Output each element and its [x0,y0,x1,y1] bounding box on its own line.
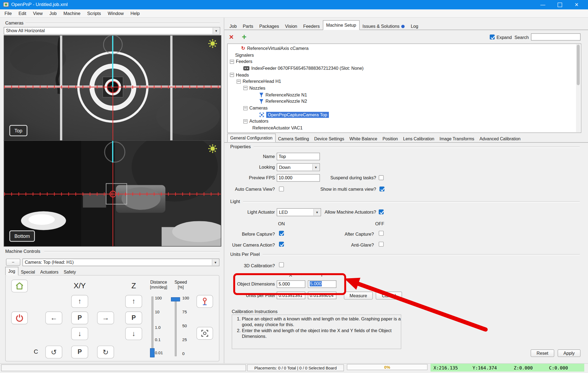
camera-view-top[interactable]: Top [4,35,221,141]
menu-edit[interactable]: Edit [16,10,29,17]
tree-item[interactable]: ReferenceNozzle N2 [228,98,581,105]
units-per-pixel-x-input[interactable] [277,292,305,299]
add-button[interactable]: + [242,32,247,41]
jog-y-minus-button[interactable]: ↓ [71,327,88,340]
tree-item[interactable]: Signalers [228,52,581,58]
tab-vision[interactable]: Vision [282,23,300,30]
calibration-3d-checkbox[interactable] [279,262,284,267]
close-button[interactable]: × [568,0,585,9]
rotate-cw-button[interactable]: ↻ [97,346,114,359]
jog-target-selector[interactable]: Camera: Top (Head: H1) ▾ [23,259,219,266]
suspend-during-tasks-checkbox[interactable] [379,175,384,180]
jog-x-plus-button[interactable]: → [97,311,114,324]
position-xy-button[interactable]: P [71,311,88,324]
tree-item[interactable]: ↻ ReferenceVirtualAxis cCamera [228,45,581,51]
tree-item[interactable]: ReferenceActuator VAC1 [228,125,581,131]
menu-job[interactable]: Job [47,10,60,17]
tab-special[interactable]: Special [18,269,38,275]
tree-item[interactable]: ReferenceNozzle N1 [228,92,581,98]
tab-machine-setup[interactable]: Machine Setup [323,20,359,30]
rotate-ccw-button[interactable]: ↺ [45,346,62,359]
object-dimension-y-input[interactable]: 5.000 [308,280,336,288]
collapse-icon[interactable] [230,60,234,64]
delete-button[interactable]: × [229,33,234,41]
tab-parts[interactable]: Parts [240,23,256,30]
position-c-button[interactable]: P [71,346,88,359]
panel-splitter[interactable] [224,18,224,363]
tab-image-transforms[interactable]: Image Transforms [437,135,477,142]
tree-item[interactable]: Nozzles [228,85,581,91]
camera-view-selector[interactable]: Show All Horizontal ▾ [4,27,220,35]
tab-general-configuration[interactable]: General Configuration [227,134,275,142]
brightness-sun-icon[interactable] [208,39,218,50]
search-input[interactable] [531,34,581,41]
expand-checkbox[interactable] [490,35,495,40]
tab-feeders[interactable]: Feeders [300,23,323,30]
tree-item[interactable]: Cameras [228,105,581,111]
multi-camera-view-checkbox[interactable] [379,187,384,192]
tree-item[interactable]: Actuators [228,118,581,125]
tab-job[interactable]: Job [226,23,240,30]
jog-z-minus-button[interactable]: ↓ [125,327,142,340]
menu-machine[interactable]: Machine [60,10,84,17]
collapse-icon[interactable] [243,106,247,110]
position-z-button[interactable]: P [125,311,142,324]
menu-window[interactable]: Window [105,10,127,17]
tree-item[interactable]: IndexFeeder 0670FF565457888367212340 (Sl… [228,65,581,71]
title-bar[interactable]: OpenPnP - Untitled.job.xml — × [0,0,588,9]
collapse-icon[interactable] [237,80,241,84]
after-capture-checkbox[interactable] [379,231,384,236]
measure-button[interactable]: Measure [344,292,373,299]
units-per-pixel-y-input[interactable] [308,292,336,299]
looking-select[interactable]: Down ▾ [277,163,320,171]
tree-item[interactable]: Heads [228,72,581,78]
tree-scrollbar-thumb[interactable] [577,45,580,85]
allow-machine-actuators-checkbox[interactable] [379,210,384,214]
home-button[interactable] [11,280,28,292]
user-camera-action-checkbox[interactable] [279,242,284,247]
tab-log[interactable]: Log [408,23,421,30]
auto-camera-view-checkbox[interactable] [279,187,284,192]
tab-position[interactable]: Position [380,135,401,142]
tab-safety[interactable]: Safety [61,269,78,275]
object-dimension-x-input[interactable] [277,280,305,288]
tree-item[interactable]: Feeders [228,58,581,65]
tree-item[interactable]: ReferenceHead H1 [228,78,581,85]
tab-issues-solutions[interactable]: Issues & Solutions [360,23,408,30]
before-capture-checkbox[interactable] [279,231,284,236]
tab-jog[interactable]: Jog [5,267,18,275]
menu-view[interactable]: View [30,10,46,17]
tab-device-settings[interactable]: Device Settings [312,135,347,142]
tab-actuators[interactable]: Actuators [38,269,61,275]
jog-z-plus-button[interactable]: ↑ [125,295,142,308]
speed-slider-track[interactable] [175,298,177,356]
brightness-sun-icon[interactable] [208,144,218,155]
apply-button[interactable]: Apply [558,350,580,357]
cancel-button[interactable]: Cancel [376,292,402,299]
minimize-button[interactable]: — [534,0,551,9]
menu-file[interactable]: File [2,10,15,17]
menu-help[interactable]: Help [127,10,143,17]
jog-y-plus-button[interactable]: ↑ [71,295,88,308]
collapse-icon[interactable] [243,86,247,90]
reset-button[interactable]: Reset [531,350,554,357]
collapse-icon[interactable] [243,119,247,123]
menu-scripts[interactable]: Scripts [84,10,104,17]
anti-glare-checkbox[interactable] [379,242,384,247]
name-input[interactable] [277,153,320,160]
move-camera-to-location-button[interactable] [197,295,213,308]
tree-scrollbar[interactable] [576,44,580,132]
tab-camera-settling[interactable]: Camera Settling [275,135,312,142]
camera-view-bottom[interactable]: Bottom [4,140,221,247]
tab-advanced-calibration[interactable]: Advanced Calibration [477,135,523,142]
jog-x-minus-button[interactable]: ← [45,311,62,324]
capture-camera-location-button[interactable] [197,327,213,340]
distance-slider-handle[interactable] [150,348,155,357]
collapse-icon[interactable] [230,73,234,77]
speed-slider-handle[interactable] [171,297,180,301]
tree-item-selected[interactable]: OpenPnpCaptureCamera Top [228,111,581,118]
tab-lens-calibration[interactable]: Lens Calibration [400,135,437,142]
collapse-controls-button[interactable]: − [6,259,20,266]
maximize-button[interactable] [551,0,568,9]
tab-white-balance[interactable]: White Balance [347,135,380,142]
